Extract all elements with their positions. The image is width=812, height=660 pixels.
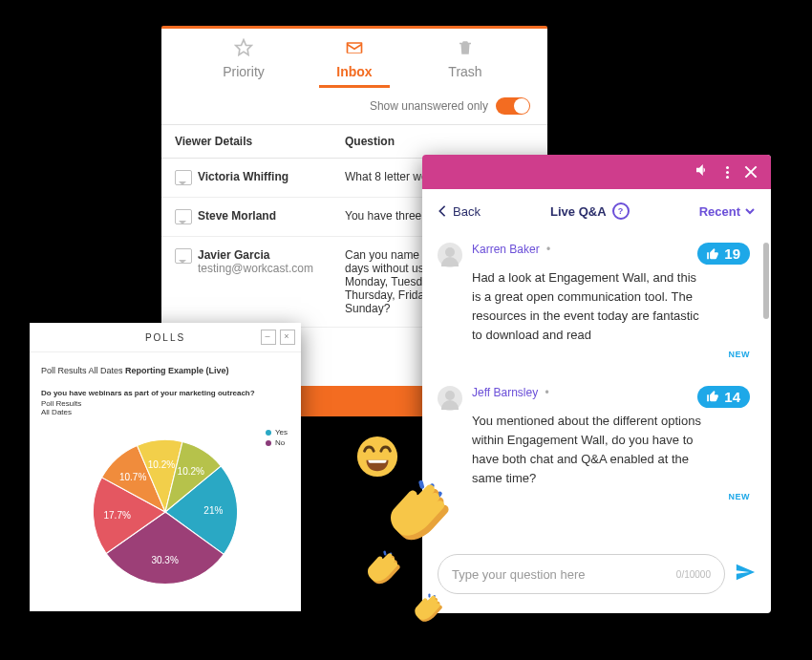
minimize-button[interactable]: –: [261, 330, 276, 345]
polls-header: POLLS – ×: [30, 323, 301, 352]
clap-emoji: [382, 478, 451, 546]
clap-emoji: [411, 592, 443, 625]
thumbs-up-icon: [705, 247, 720, 261]
smile-emoji: [355, 435, 399, 482]
svg-rect-7: [428, 593, 430, 597]
chart-legend: Yes No: [266, 428, 288, 449]
help-icon[interactable]: ?: [612, 202, 630, 220]
svg-marker-0: [236, 40, 252, 55]
chevron-down-icon: [744, 206, 756, 216]
legend-dot: [266, 430, 271, 436]
close-button[interactable]: ×: [280, 330, 295, 345]
tab-priority[interactable]: Priority: [188, 38, 299, 88]
qa-message: Karren Baker • 19 Had a look at Engageme…: [438, 233, 756, 376]
back-button[interactable]: Back: [438, 204, 481, 219]
message-author: Karren Baker •: [472, 243, 550, 256]
viewer-name: Steve Morland: [198, 209, 276, 224]
qa-input-row: Type your question here 0/10000: [438, 554, 756, 594]
sort-dropdown[interactable]: Recent: [699, 204, 756, 219]
poll-sub1: Poll Results: [41, 399, 289, 408]
viewer-name: Javier Garcia: [198, 248, 313, 262]
tab-inbox[interactable]: Inbox: [299, 38, 410, 88]
close-icon[interactable]: [744, 165, 758, 179]
pie-slice-label: 21%: [203, 505, 223, 516]
tab-label: Trash: [438, 64, 491, 85]
input-placeholder: Type your question here: [452, 567, 585, 582]
polls-title: POLLS: [145, 332, 185, 343]
tab-trash[interactable]: Trash: [410, 38, 521, 88]
svg-rect-2: [418, 479, 425, 489]
avatar: [438, 243, 462, 267]
pie-chart: 21%30.3%17.7%10.7%10.2%10.2%: [79, 426, 251, 598]
mail-icon: [299, 38, 410, 60]
tab-label: Inbox: [319, 64, 389, 88]
like-button[interactable]: 14: [697, 386, 750, 408]
avatar: [438, 386, 462, 411]
viewer-sub: testing@workcast.com: [198, 262, 313, 275]
col-viewer-header: Viewer Details: [161, 125, 331, 158]
qa-panel: Back Live Q&A ? Recent Karren Baker •: [422, 155, 771, 613]
polls-subtitle: Poll Results All Dates Reporting Example…: [41, 366, 289, 375]
pie-slice-label: 10.2%: [148, 458, 175, 469]
message-author: Jeff Barnsley •: [472, 386, 549, 399]
qa-nav: Back Live Q&A ? Recent: [422, 189, 771, 233]
legend-dot: [266, 440, 271, 446]
tab-label: Priority: [213, 64, 274, 85]
chat-icon: [175, 170, 192, 185]
poll-question: Do you have webinars as part of your mar…: [41, 389, 289, 397]
message-text: You mentioned about the different option…: [472, 412, 701, 489]
thumbs-up-icon: [705, 390, 720, 403]
clap-emoji: [363, 549, 401, 587]
message-text: Had a look at Engagement Wall, and this …: [472, 268, 701, 346]
new-badge: NEW: [472, 350, 750, 359]
new-badge: NEW: [472, 492, 750, 501]
pie-slice-label: 10.7%: [119, 471, 146, 481]
table-header: Viewer Details Question: [161, 124, 547, 159]
qa-message: Jeff Barnsley • 14 You mentioned about t…: [438, 376, 756, 520]
question-input[interactable]: Type your question here 0/10000: [438, 554, 725, 594]
qa-titlebar: [422, 155, 771, 189]
filter-row: Show unanswered only: [161, 88, 547, 124]
pie-slice-label: 17.7%: [103, 509, 130, 520]
pie-slice-label: 10.2%: [178, 466, 204, 477]
chevron-left-icon: [438, 204, 447, 218]
char-counter: 0/10000: [676, 569, 711, 580]
trash-icon: [410, 38, 521, 60]
polls-panel: POLLS – × Poll Results All Dates Reporti…: [30, 323, 301, 611]
menu-icon[interactable]: [726, 166, 729, 179]
unanswered-toggle[interactable]: [496, 97, 530, 115]
send-button[interactable]: [735, 562, 756, 586]
scrollbar[interactable]: [763, 243, 769, 319]
svg-rect-5: [383, 550, 387, 555]
qa-body: Karren Baker • 19 Had a look at Engageme…: [422, 233, 771, 548]
viewer-name: Victoria Whiffing: [198, 170, 288, 185]
star-icon: [188, 38, 299, 60]
inbox-tabs: Priority Inbox Trash: [161, 29, 547, 88]
chat-icon: [175, 209, 192, 224]
qa-title: Live Q&A ?: [550, 202, 630, 220]
volume-icon[interactable]: [694, 161, 711, 182]
poll-sub2: All Dates: [41, 408, 289, 416]
filter-label: Show unanswered only: [370, 99, 488, 113]
like-button[interactable]: 19: [697, 243, 750, 265]
pie-slice-label: 30.3%: [151, 555, 178, 565]
chat-icon: [175, 248, 192, 264]
col-question-header: Question: [331, 125, 547, 158]
